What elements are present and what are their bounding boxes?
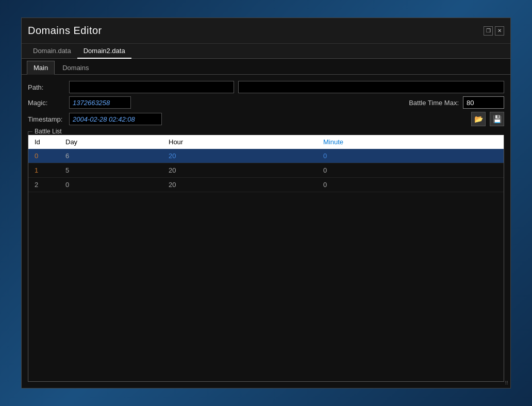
magic-row: Magic: Battle Time Max:	[28, 96, 504, 109]
table-body: 0 6 20 0 1 5 20 0 2 0 20 0	[28, 149, 504, 381]
magic-label: Magic:	[28, 99, 69, 107]
open-folder-button[interactable]: 📂	[471, 112, 486, 126]
close-button[interactable]: ✕	[495, 26, 504, 36]
path-input-1[interactable]	[69, 81, 234, 93]
cell-id-1: 1	[32, 165, 63, 175]
table-row[interactable]: 1 5 20 0	[28, 163, 504, 178]
folder-icon: 📂	[474, 115, 483, 123]
cell-id-2: 2	[32, 180, 63, 190]
cell-minute-1: 0	[321, 165, 500, 175]
path-row: Path:	[28, 81, 504, 93]
path-label: Path:	[28, 83, 69, 91]
file-tabs-bar: Domain.data Domain2.data	[22, 44, 510, 59]
title-controls: ❐ ✕	[484, 26, 504, 36]
battle-list-group: Battle List Id Day Hour Minute 0 6 20 0	[28, 131, 504, 382]
title-bar: Domains Editor ❐ ✕	[22, 18, 510, 44]
cell-minute-2: 0	[321, 180, 500, 190]
battle-time-label: Battle Time Max:	[409, 99, 459, 107]
restore-button[interactable]: ❐	[484, 26, 493, 36]
timestamp-label: Timestamp:	[28, 115, 69, 123]
table-header: Id Day Hour Minute	[28, 135, 504, 149]
resize-handle[interactable]: ⠿	[505, 380, 508, 386]
path-input-2[interactable]	[238, 81, 504, 93]
file-tab-domain2[interactable]: Domain2.data	[77, 44, 131, 59]
timestamp-input[interactable]	[69, 113, 162, 125]
tab-main[interactable]: Main	[27, 61, 55, 75]
table-row[interactable]: 2 0 20 0	[28, 178, 504, 192]
content-area: Path: Magic: Battle Time Max: Timestamp:…	[22, 75, 510, 388]
cell-hour-2: 20	[167, 180, 321, 190]
timestamp-row: Timestamp: 📂 💾	[28, 112, 504, 126]
col-header-hour: Hour	[167, 137, 321, 147]
cell-day-0: 6	[63, 151, 167, 161]
cell-hour-0: 20	[167, 151, 321, 161]
section-tabs-bar: Main Domains	[22, 59, 510, 75]
cell-hour-1: 20	[167, 165, 321, 175]
col-header-day: Day	[63, 137, 167, 147]
battle-time-input[interactable]	[463, 96, 504, 109]
table-row[interactable]: 0 6 20 0	[28, 149, 504, 163]
magic-input[interactable]	[69, 96, 131, 109]
file-tab-domain1[interactable]: Domain.data	[27, 44, 77, 59]
main-window: Domains Editor ❐ ✕ Domain.data Domain2.d…	[21, 18, 511, 388]
battle-list-legend: Battle List	[32, 128, 508, 135]
tab-domains[interactable]: Domains	[56, 61, 95, 74]
cell-id-0: 0	[32, 151, 63, 161]
window-title: Domains Editor	[28, 25, 102, 37]
col-header-minute: Minute	[321, 137, 500, 147]
cell-day-1: 5	[63, 165, 167, 175]
cell-minute-0: 0	[321, 151, 500, 161]
col-header-id: Id	[32, 137, 63, 147]
save-icon: 💾	[493, 115, 502, 123]
save-button[interactable]: 💾	[490, 112, 504, 126]
cell-day-2: 0	[63, 180, 167, 190]
